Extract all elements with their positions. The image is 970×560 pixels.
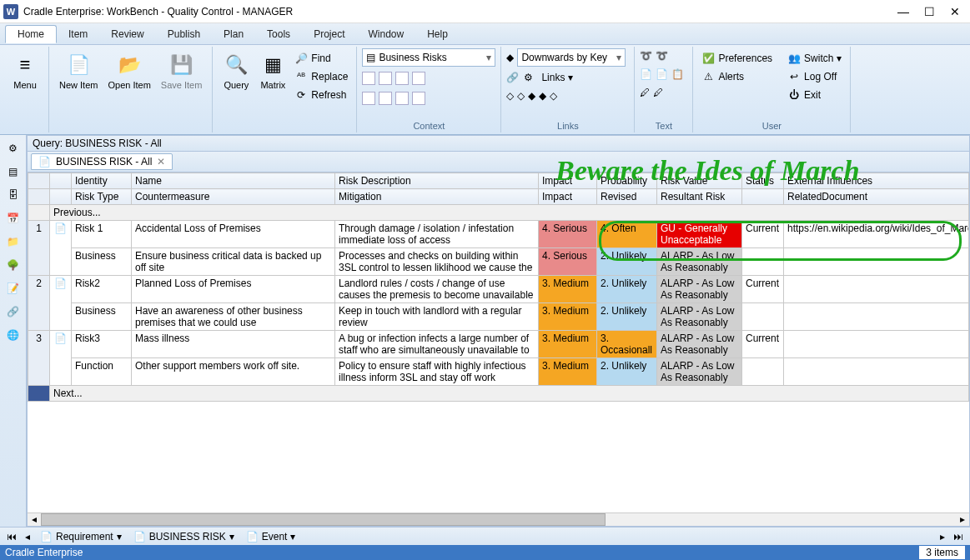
link-dir-icon[interactable]: ◆ [506, 52, 514, 63]
col-prob[interactable]: Probability [597, 173, 657, 189]
menu-help[interactable]: Help [415, 26, 460, 42]
find-button[interactable]: 🔎Find [291, 50, 351, 67]
col-counter[interactable]: Countermeasure [132, 189, 335, 205]
folder-icon[interactable]: 📁 [5, 233, 22, 250]
text-tool-icon[interactable]: ➰ [640, 50, 652, 62]
calendar-icon[interactable]: 📅 [5, 210, 22, 227]
horizontal-scrollbar[interactable]: ◂ ▸ [28, 512, 969, 526]
col-name[interactable]: Name [132, 173, 335, 189]
col-riskval[interactable]: Risk Value [657, 173, 742, 189]
text-tool-icon[interactable]: 🖊 [653, 87, 663, 98]
notes-icon[interactable]: 📝 [5, 280, 22, 297]
text-tool-icon[interactable]: 📄 [656, 68, 668, 80]
layout-icon-2[interactable] [379, 72, 392, 85]
query-button[interactable]: 🔍Query [218, 48, 254, 93]
layout-icon-7[interactable] [395, 92, 409, 105]
nav-first-icon[interactable]: ⏮ [5, 531, 18, 542]
matrix-button[interactable]: ▦Matrix [254, 48, 291, 93]
panel-icon[interactable]: ▤ [5, 163, 22, 180]
col-desc[interactable]: Risk Description [335, 173, 539, 189]
menu-item[interactable]: Item [57, 26, 99, 42]
link-tool-icon[interactable]: ◇ [517, 90, 525, 102]
close-tab-icon[interactable]: ✕ [157, 156, 165, 168]
text-tool-icon[interactable]: ➰ [656, 50, 668, 62]
col-risktype[interactable]: Risk Type [72, 189, 132, 205]
crumb-requirement[interactable]: 📄 Requirement ▾ [37, 531, 125, 542]
context-combo[interactable]: ▤ Business Risks ▾ [362, 48, 495, 67]
link-tool-icon[interactable]: ◇ [550, 90, 557, 102]
open-folder-icon: 📂 [116, 52, 143, 78]
menu-review[interactable]: Review [99, 26, 155, 42]
link-tool-icon[interactable]: ◇ [506, 90, 514, 102]
tree-icon[interactable]: 🌳 [5, 257, 22, 273]
links-combo[interactable]: Downwards by Key ▾ [517, 48, 626, 67]
status-left: Cradle Enterprise [5, 547, 83, 558]
text-tool-icon[interactable]: 📄 [640, 68, 652, 80]
link-icon[interactable]: 🔗 [506, 72, 519, 83]
alerts-button[interactable]: ⚠Alerts [698, 68, 776, 85]
menu-button[interactable]: ≡ Menu [7, 48, 43, 93]
crumb-businessrisk[interactable]: 📄 BUSINESS RISK ▾ [130, 531, 238, 542]
replace-button[interactable]: ᴬᴮReplace [291, 68, 351, 85]
scroll-left-icon[interactable]: ◂ [28, 513, 41, 526]
crumb-event[interactable]: 📄 Event ▾ [243, 531, 299, 542]
preferences-button[interactable]: ✅Preferences [698, 50, 776, 67]
table-subrow[interactable]: FunctionOther support members work off s… [28, 358, 969, 386]
layout-icon-8[interactable] [412, 92, 425, 105]
menu-tools[interactable]: Tools [255, 26, 302, 42]
link-tool-icon[interactable]: ◆ [528, 90, 535, 102]
text-tool-icon[interactable]: 🖊 [640, 87, 650, 98]
col-impact2[interactable]: Impact [539, 189, 597, 205]
open-item-button[interactable]: 📂Open Item [103, 48, 155, 93]
links-button[interactable]: Links ▾ [538, 70, 576, 85]
link-tool-icon[interactable]: ◆ [539, 90, 546, 102]
grid-scroll[interactable]: Identity Name Risk Description Impact Pr… [28, 172, 969, 512]
gear-icon[interactable]: ⚙ [5, 140, 22, 157]
menu-plan[interactable]: Plan [212, 26, 255, 42]
col-impact[interactable]: Impact [539, 173, 597, 189]
menu-window[interactable]: Window [356, 26, 415, 42]
layout-icon-5[interactable] [362, 92, 375, 105]
logoff-button[interactable]: ↩Log Off [784, 68, 845, 85]
menu-publish[interactable]: Publish [156, 26, 212, 42]
next-row[interactable]: Next... [28, 386, 969, 402]
nav-prev-icon[interactable]: ◂ [23, 531, 32, 542]
nav-last-icon[interactable]: ⏭ [952, 531, 965, 542]
scroll-thumb[interactable] [41, 513, 606, 526]
col-mitigation[interactable]: Mitigation [335, 189, 539, 205]
close-button[interactable]: ✕ [950, 5, 960, 18]
query-label: Query [224, 80, 249, 90]
layout-icon-1[interactable] [362, 72, 375, 85]
col-blank[interactable] [742, 189, 784, 205]
exit-button[interactable]: ⏻Exit [784, 87, 845, 103]
col-identity[interactable]: Identity [72, 173, 132, 189]
maximize-button[interactable]: ☐ [924, 5, 935, 18]
col-resultant[interactable]: Resultant Risk [657, 189, 742, 205]
previous-row[interactable]: Previous... [28, 205, 969, 221]
table-row[interactable]: 3📄Risk3Mass illnessA bug or infection in… [28, 331, 969, 358]
table-row[interactable]: 2📄Risk2Planned Loss of PremisesLandlord … [28, 276, 969, 303]
result-tab[interactable]: 📄 BUSINESS RISK - All ✕ [31, 153, 173, 170]
scroll-right-icon[interactable]: ▸ [956, 513, 969, 526]
table-row[interactable]: 1📄Risk 1Accidental Loss of PremisesThrou… [28, 221, 969, 248]
menu-home[interactable]: Home [5, 25, 57, 43]
layout-icon-3[interactable] [395, 72, 409, 85]
layout-icon-4[interactable] [412, 72, 425, 85]
table-subrow[interactable]: BusinessEnsure business critical data is… [28, 248, 969, 276]
layout-icon-6[interactable] [379, 92, 392, 105]
col-revised[interactable]: Revised [597, 189, 657, 205]
text-tool-icon[interactable]: 📋 [671, 68, 684, 80]
nav-next-icon[interactable]: ▸ [938, 531, 947, 542]
col-ext[interactable]: External Influences [784, 173, 969, 189]
database-icon[interactable]: 🗄 [5, 187, 22, 203]
links-icon[interactable]: 🔗 [5, 303, 22, 320]
link-icon-2[interactable]: ⚙ [524, 72, 533, 83]
minimize-button[interactable]: ― [897, 5, 909, 18]
world-icon[interactable]: 🌐 [5, 327, 22, 343]
refresh-button[interactable]: ⟳Refresh [291, 87, 351, 103]
new-item-button[interactable]: 📄New Item [54, 48, 103, 93]
col-status[interactable]: Status [742, 173, 784, 189]
table-subrow[interactable]: BusinessHave an awareness of other busin… [28, 303, 969, 331]
menu-project[interactable]: Project [302, 26, 356, 42]
col-related[interactable]: RelatedDocument [784, 189, 969, 205]
